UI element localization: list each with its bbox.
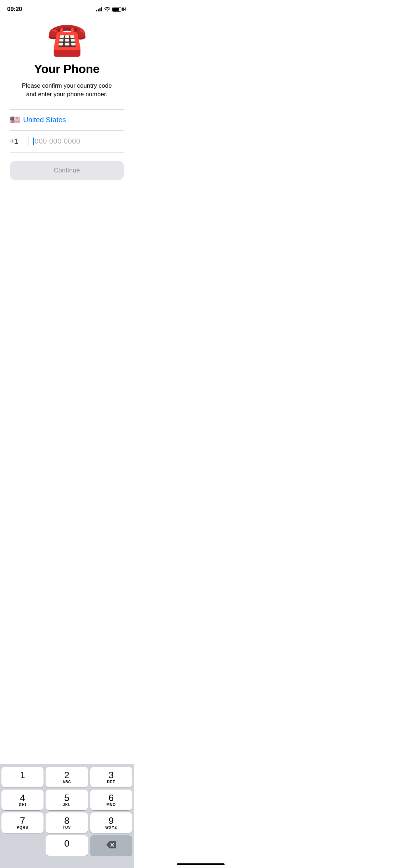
country-flag: 🇺🇸: [10, 115, 20, 125]
country-code: +1: [10, 137, 24, 145]
phone-placeholder: 000 000 0000: [35, 137, 80, 145]
country-name: United States: [23, 116, 66, 124]
status-icons: 84: [96, 7, 127, 12]
continue-button[interactable]: Continue: [10, 161, 124, 180]
text-cursor: [33, 138, 34, 145]
battery-icon: 84: [112, 7, 127, 12]
status-bar: 09:20 84: [0, 0, 134, 16]
phone-input-row: +1 000 000 0000: [10, 131, 124, 153]
phone-illustration: ☎️: [47, 23, 87, 55]
page-subtitle: Please confirm your country codeand ente…: [22, 82, 112, 99]
status-time: 09:20: [7, 6, 22, 13]
main-content: ☎️ Your Phone Please confirm your countr…: [0, 16, 134, 180]
battery-percent: 84: [122, 7, 127, 12]
wifi-icon: [104, 7, 110, 11]
signal-icon: [96, 7, 102, 11]
phone-input-display[interactable]: 000 000 0000: [33, 137, 124, 146]
country-selector[interactable]: 🇺🇸 United States: [10, 110, 124, 131]
page-title: Your Phone: [34, 62, 99, 76]
input-divider: [29, 136, 29, 146]
